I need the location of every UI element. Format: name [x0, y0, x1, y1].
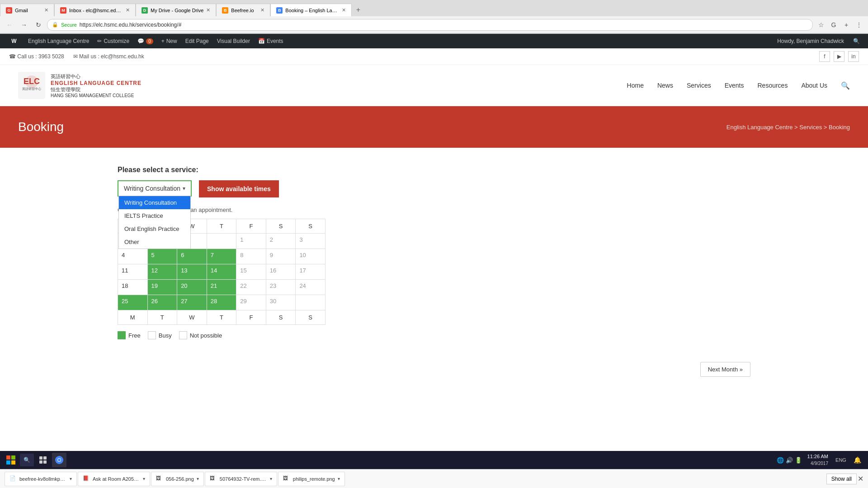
- logo-college: HANG SENG MANAGEMENT COLLEGE: [51, 93, 142, 98]
- logo-english: ENGLISH LANGUAGE CENTRE: [51, 80, 142, 86]
- tab-close-icon[interactable]: ✕: [342, 7, 346, 13]
- comment-count: 0: [146, 38, 153, 44]
- facebook-icon[interactable]: f: [819, 51, 830, 62]
- browser-tab-inbox[interactable]: M Inbox - elc@hsmc.edu.h... ✕: [54, 4, 136, 16]
- calendar-footer-header: F: [236, 310, 266, 325]
- table-row: 18192021222324: [118, 280, 326, 295]
- calendar-cell: 11: [118, 264, 148, 280]
- calendar-cell[interactable]: 6: [177, 249, 207, 264]
- search-icon[interactable]: 🔍: [841, 81, 850, 90]
- calendar-footer-header: S: [266, 310, 296, 325]
- calendar-cell: 9: [266, 249, 296, 264]
- tab-favicon: G: [6, 7, 12, 14]
- calendar-cell: 2: [266, 234, 296, 249]
- howdy-label: Howdy, Benjamin Chadwick: [777, 38, 844, 44]
- calendar-cell[interactable]: 25: [118, 295, 148, 310]
- wp-customize[interactable]: ✏ Customize: [94, 34, 133, 48]
- svg-text:英語研習中心: 英語研習中心: [22, 87, 41, 90]
- address-bar[interactable]: 🔒 Secure https://elc.hsmc.edu.hk/service…: [47, 19, 813, 31]
- site-logo[interactable]: ELC 英語研習中心 英語研習中心 ENGLISH LANGUAGE CENTR…: [18, 72, 142, 99]
- service-dropdown[interactable]: Writing Consultation ▾ Writing Consultat…: [118, 180, 192, 197]
- tab-close-icon[interactable]: ✕: [126, 7, 130, 13]
- calendar-footer-header: T: [147, 310, 177, 325]
- calendar-header: S: [266, 219, 296, 234]
- linkedin-icon[interactable]: in: [848, 51, 859, 62]
- calendar-header: T: [207, 219, 236, 234]
- nav-services[interactable]: Services: [687, 80, 711, 91]
- new-tab-button[interactable]: +: [352, 4, 364, 16]
- calendar-icon: 📅: [258, 38, 265, 44]
- breadcrumb-home[interactable]: English Language Centre: [726, 124, 793, 131]
- dropdown-option[interactable]: Other: [119, 235, 190, 249]
- nav-resources[interactable]: Resources: [757, 80, 788, 91]
- extension-button-2[interactable]: +: [841, 19, 852, 30]
- dropdown-option[interactable]: IELTS Practice: [119, 209, 190, 222]
- site-name-label: English Language Centre: [28, 38, 89, 44]
- bookmark-button[interactable]: ☆: [816, 19, 826, 30]
- admin-bar-right: Howdy, Benjamin Chadwick 🔍: [774, 34, 863, 48]
- calendar-cell[interactable]: 12: [147, 264, 177, 280]
- calendar-cell[interactable]: 28: [207, 295, 236, 310]
- tab-close-icon[interactable]: ✕: [44, 7, 48, 13]
- comment-icon: 💬: [137, 38, 144, 44]
- nav-events[interactable]: Events: [725, 80, 744, 91]
- nav-news[interactable]: News: [657, 80, 673, 91]
- secure-icon: 🔒: [52, 22, 58, 28]
- calendar-cell[interactable]: 21: [207, 280, 236, 295]
- calendar-cell[interactable]: 14: [207, 264, 236, 280]
- breadcrumb: English Language Centre > Services > Boo…: [726, 124, 850, 131]
- calendar-cell[interactable]: 27: [177, 295, 207, 310]
- wp-site-name[interactable]: English Language Centre: [24, 34, 93, 48]
- legend-item-free: Free: [118, 331, 141, 339]
- dropdown-option[interactable]: Oral English Practice: [119, 222, 190, 235]
- calendar-footer-header: T: [207, 310, 236, 325]
- legend-item-busy: Busy: [148, 331, 172, 339]
- wp-events[interactable]: 📅 Events: [255, 34, 287, 48]
- browser-tab-gmail[interactable]: G Gmail ✕: [0, 4, 54, 16]
- extension-button[interactable]: G: [828, 19, 839, 30]
- reload-button[interactable]: ↻: [33, 19, 44, 31]
- service-select-label: Please select a service:: [118, 166, 750, 174]
- table-row: 252627282930: [118, 295, 326, 310]
- wp-comments[interactable]: 💬 0: [134, 34, 157, 48]
- customize-label: Customize: [104, 38, 129, 44]
- calendar-cell[interactable]: 26: [147, 295, 177, 310]
- tab-close-icon[interactable]: ✕: [260, 7, 264, 13]
- dropdown-option[interactable]: Writing Consultation: [119, 196, 190, 209]
- calendar-cell: 30: [266, 295, 296, 310]
- back-button[interactable]: ←: [4, 19, 15, 31]
- nav-home[interactable]: Home: [627, 80, 644, 91]
- calendar-cell[interactable]: 7: [207, 249, 236, 264]
- browser-tab-drive[interactable]: D My Drive - Google Drive ✕: [136, 4, 216, 16]
- legend-label: Not possible: [190, 332, 222, 339]
- wp-logo-item[interactable]: W: [5, 34, 24, 48]
- social-icons: f ▶ in: [819, 51, 859, 62]
- browser-tab-beefree[interactable]: B Beefree.io ✕: [216, 4, 270, 16]
- page-hero: Booking English Language Centre > Servic…: [0, 106, 868, 148]
- tab-close-icon[interactable]: ✕: [206, 7, 210, 13]
- wp-search-admin[interactable]: 🔍: [849, 34, 863, 48]
- next-month-button[interactable]: Next Month »: [700, 362, 750, 377]
- menu-button[interactable]: ⋮: [854, 19, 864, 30]
- wp-new[interactable]: + New: [158, 34, 181, 48]
- calendar-cell[interactable]: 19: [147, 280, 177, 295]
- tab-favicon: B: [222, 7, 228, 14]
- calendar-cell: 24: [296, 280, 326, 295]
- dropdown-selected[interactable]: Writing Consultation ▾: [118, 181, 191, 196]
- calendar-cell: [207, 234, 236, 249]
- browser-tab-booking[interactable]: B Booking – English Lang... ✕: [270, 4, 352, 16]
- calendar-cell[interactable]: 20: [177, 280, 207, 295]
- calendar-cell[interactable]: 5: [147, 249, 177, 264]
- main-content: Please select a service: Writing Consult…: [0, 148, 868, 357]
- calendar-footer-header: M: [118, 310, 148, 325]
- wp-edit-page[interactable]: Edit Page: [182, 34, 212, 48]
- wp-visual-builder[interactable]: Visual Builder: [213, 34, 254, 48]
- wp-howdy[interactable]: Howdy, Benjamin Chadwick: [774, 34, 848, 48]
- forward-button[interactable]: →: [18, 19, 30, 31]
- breadcrumb-services[interactable]: Services: [799, 124, 822, 131]
- calendar-cell[interactable]: 13: [177, 264, 207, 280]
- youtube-icon[interactable]: ▶: [834, 51, 844, 62]
- legend-box-not-possible: [179, 331, 187, 339]
- show-times-button[interactable]: Show available times: [199, 180, 279, 197]
- nav-about[interactable]: About Us: [801, 80, 827, 91]
